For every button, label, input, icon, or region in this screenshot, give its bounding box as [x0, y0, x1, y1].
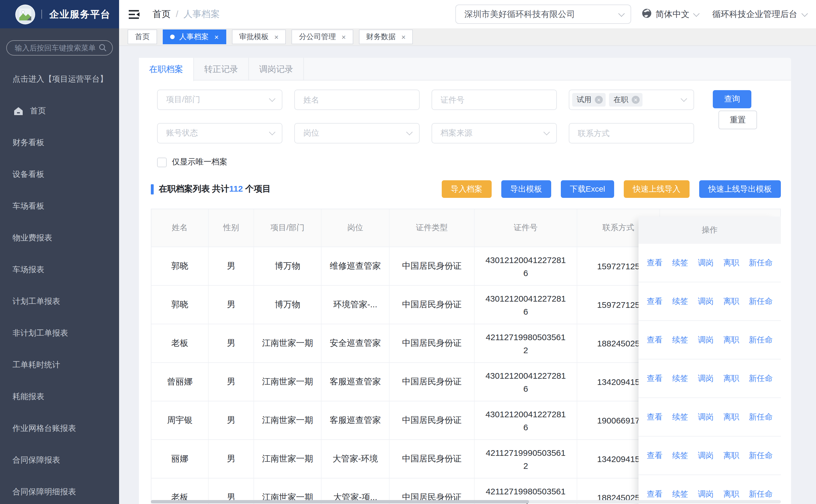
action-renew[interactable]: 续签: [672, 489, 688, 499]
page-tab-0[interactable]: 首页: [128, 29, 157, 44]
action-appoint[interactable]: 新任命: [749, 296, 773, 306]
sidebar-item-6[interactable]: 车场报表: [0, 254, 119, 286]
unique-archive-checkbox[interactable]: [157, 157, 167, 167]
action-transfer[interactable]: 调岗: [698, 412, 714, 422]
action-resign[interactable]: 离职: [723, 450, 739, 461]
archive-tab-0[interactable]: 在职档案: [139, 58, 194, 81]
action-view[interactable]: 查看: [647, 335, 663, 345]
sidebar-item-4[interactable]: 车场看板: [0, 190, 119, 222]
sidebar-item-10[interactable]: 耗能报表: [0, 381, 119, 413]
tag-close-icon[interactable]: ×: [632, 96, 640, 104]
sidebar-item-7[interactable]: 计划工单报表: [0, 286, 119, 317]
list-button-1[interactable]: 导出模板: [501, 180, 551, 198]
action-resign[interactable]: 离职: [723, 412, 739, 422]
action-transfer[interactable]: 调岗: [698, 258, 714, 268]
filter-input-1-3[interactable]: [569, 124, 694, 143]
archive-tab-2[interactable]: 调岗记录: [249, 58, 304, 81]
action-resign[interactable]: 离职: [723, 258, 739, 268]
chevron-down-icon: [618, 10, 625, 17]
horizontal-scrollbar[interactable]: [151, 500, 781, 503]
filter-field-1-1[interactable]: 岗位: [294, 123, 420, 143]
page-tab-1[interactable]: 人事档案×: [163, 29, 226, 44]
breadcrumb-home[interactable]: 首页: [153, 8, 171, 20]
archive-tab-1[interactable]: 转正记录: [194, 58, 249, 81]
tag-close-icon[interactable]: ×: [595, 96, 603, 104]
sidebar-item-11[interactable]: 作业网格台账报表: [0, 413, 119, 444]
company-select[interactable]: 深圳市美好循环科技有限公司: [455, 5, 631, 24]
action-view[interactable]: 查看: [647, 489, 663, 499]
sidebar-item-3[interactable]: 设备看板: [0, 159, 119, 190]
scrollbar-thumb[interactable]: [151, 500, 529, 503]
filter-field-0-1[interactable]: [294, 90, 420, 110]
action-appoint[interactable]: 新任命: [749, 489, 773, 499]
table-header-cell: 姓名: [151, 209, 208, 247]
close-icon[interactable]: ×: [341, 33, 346, 41]
sidebar-item-1[interactable]: 首页: [0, 95, 119, 127]
filter-field-1-0[interactable]: 账号状态: [157, 123, 282, 143]
action-renew[interactable]: 续签: [672, 335, 688, 345]
action-appoint[interactable]: 新任命: [749, 412, 773, 422]
admin-menu[interactable]: 循环科技企业管理后台: [712, 9, 807, 20]
action-resign[interactable]: 离职: [723, 373, 739, 384]
table-header-cell: 岗位: [321, 209, 389, 247]
action-transfer[interactable]: 调岗: [698, 296, 714, 306]
query-button[interactable]: 查询: [713, 90, 751, 108]
filter-input-0-2[interactable]: [432, 90, 556, 109]
action-transfer[interactable]: 调岗: [698, 489, 714, 499]
action-transfer[interactable]: 调岗: [698, 450, 714, 461]
list-button-0[interactable]: 导入档案: [442, 180, 492, 198]
action-view[interactable]: 查看: [647, 296, 663, 306]
action-resign[interactable]: 离职: [723, 335, 739, 345]
filter-field-0-0[interactable]: 项目/部门: [157, 90, 282, 110]
action-renew[interactable]: 续签: [672, 450, 688, 461]
action-transfer[interactable]: 调岗: [698, 335, 714, 345]
action-appoint[interactable]: 新任命: [749, 450, 773, 461]
reset-button[interactable]: 重置: [718, 111, 757, 129]
collapse-menu-icon[interactable]: [129, 9, 139, 19]
list-button-4[interactable]: 快速上线导出模板: [699, 180, 781, 198]
action-view[interactable]: 查看: [647, 450, 663, 461]
breadcrumb: 首页 / 人事档案: [153, 8, 220, 20]
close-icon[interactable]: ×: [401, 33, 406, 41]
list-button-2[interactable]: 下载Excel: [561, 180, 614, 198]
action-view[interactable]: 查看: [647, 412, 663, 422]
action-view[interactable]: 查看: [647, 258, 663, 268]
archive-tabs: 在职档案转正记录调岗记录: [139, 58, 791, 81]
action-view[interactable]: 查看: [647, 373, 663, 384]
action-appoint[interactable]: 新任命: [749, 373, 773, 384]
action-resign[interactable]: 离职: [723, 489, 739, 499]
action-transfer[interactable]: 调岗: [698, 373, 714, 384]
sidebar-item-2[interactable]: 财务看板: [0, 127, 119, 159]
action-appoint[interactable]: 新任命: [749, 335, 773, 345]
sidebar-item-13[interactable]: 合同保障明细报表: [0, 476, 119, 504]
sidebar-item-8[interactable]: 非计划工单报表: [0, 317, 119, 349]
tab-label: 审批模板: [239, 32, 269, 42]
sidebar-item-0[interactable]: 点击进入【项目运营平台】: [0, 63, 119, 95]
filter-field-1-2[interactable]: 档案来源: [432, 123, 557, 143]
page-tab-4[interactable]: 财务数据×: [359, 29, 413, 44]
filter-input-0-1[interactable]: [295, 90, 419, 109]
close-icon[interactable]: ×: [274, 33, 278, 41]
action-resign[interactable]: 离职: [723, 296, 739, 306]
page-tab-3[interactable]: 分公司管理×: [291, 29, 353, 44]
language-select[interactable]: 简体中文: [642, 8, 699, 20]
action-renew[interactable]: 续签: [672, 373, 688, 384]
sidebar-item-5[interactable]: 物业费报表: [0, 222, 119, 254]
tab-label: 财务数据: [366, 32, 396, 42]
filter-field-0-2[interactable]: [432, 90, 557, 110]
id-number: 421127199805035612: [485, 330, 567, 356]
action-appoint[interactable]: 新任命: [749, 258, 773, 268]
id-number: 430121200412272816: [485, 407, 567, 433]
page-tab-2[interactable]: 审批模板×: [232, 29, 286, 44]
close-icon[interactable]: ×: [214, 33, 219, 41]
action-renew[interactable]: 续签: [672, 296, 688, 306]
cell-sex: 男: [208, 363, 253, 401]
sidebar-item-12[interactable]: 合同保障报表: [0, 444, 119, 476]
filter-field-1-3[interactable]: [569, 123, 694, 143]
list-button-3[interactable]: 快速上线导入: [624, 180, 690, 198]
action-renew[interactable]: 续签: [672, 258, 688, 268]
filter-field-0-3[interactable]: 试用×在职×: [569, 90, 694, 110]
menu-search-input[interactable]: [6, 40, 113, 56]
sidebar-item-9[interactable]: 工单耗时统计: [0, 349, 119, 381]
action-renew[interactable]: 续签: [672, 412, 688, 422]
